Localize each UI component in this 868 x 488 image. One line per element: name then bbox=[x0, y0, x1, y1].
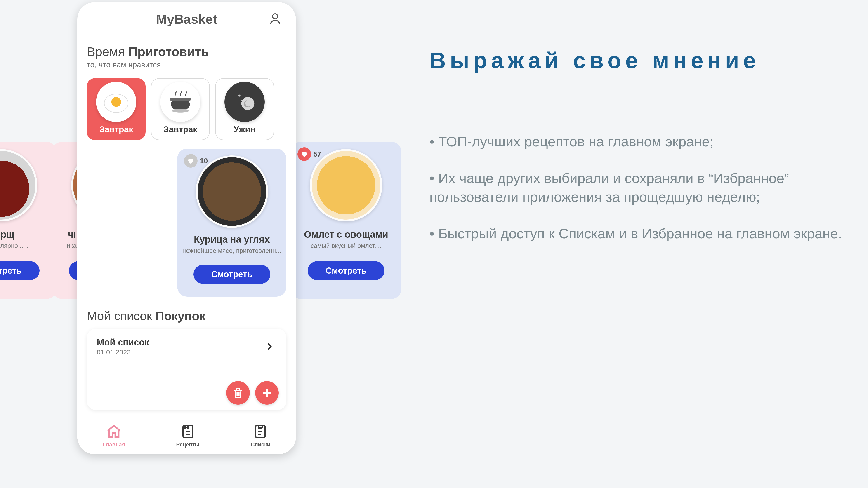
nav-lists[interactable]: Списки bbox=[251, 423, 270, 448]
recipe-desc: самый вкусный омлет.... bbox=[296, 242, 397, 251]
marketing-title: Выражай свое мнение bbox=[430, 47, 855, 73]
shopping-heading-light: Мой список bbox=[87, 309, 152, 323]
marketing-panel: Выражай свое мнение • ТОП-лучших рецепто… bbox=[430, 47, 855, 261]
shopping-heading-bold: Покупок bbox=[155, 309, 205, 323]
plus-icon bbox=[261, 387, 273, 399]
likes-count: 57 bbox=[313, 150, 321, 158]
svg-point-2 bbox=[111, 97, 121, 107]
time-to-cook-heading: Время Приготовить то, что вам нравится bbox=[77, 36, 296, 74]
nav-recipes[interactable]: Рецепты bbox=[176, 423, 199, 448]
meal-chip-breakfast[interactable]: Завтрак bbox=[151, 78, 210, 140]
watch-button[interactable]: Смотреть bbox=[308, 261, 384, 280]
phone-frame: MyBasket Время Приготовить то, что вам н… bbox=[77, 2, 296, 454]
moon-plate-icon: ✦ ✦ bbox=[224, 82, 265, 122]
nav-home[interactable]: Главная bbox=[103, 423, 125, 448]
fried-egg-icon bbox=[96, 82, 136, 122]
heart-icon[interactable] bbox=[298, 147, 311, 161]
meal-chip-label: Завтрак bbox=[163, 125, 197, 134]
home-icon bbox=[106, 423, 122, 440]
add-list-button[interactable] bbox=[255, 381, 279, 404]
shopping-list-date: 01.01.2023 bbox=[97, 348, 276, 356]
shopping-list-title: Мой список bbox=[97, 337, 276, 348]
recipe-photo bbox=[0, 149, 37, 221]
marketing-bullet-3: • Быстрый доступ к Спискам и в Избранное… bbox=[430, 224, 855, 243]
pot-icon bbox=[160, 82, 200, 122]
recipe-desc: нежнейшее мясо, приготовленн... bbox=[182, 247, 281, 256]
app-title: MyBasket bbox=[156, 11, 217, 27]
marketing-bullets: • ТОП-лучших рецептов на главном экране;… bbox=[430, 132, 855, 243]
svg-rect-4 bbox=[170, 98, 191, 101]
recipe-title: Курица на углях bbox=[194, 234, 270, 245]
recipes-row[interactable]: 10 Курица на углях нежнейшее мясо, приго… bbox=[77, 142, 296, 297]
lists-icon bbox=[252, 423, 269, 440]
recipe-desc: мое популярно...... bbox=[0, 242, 52, 251]
trash-icon bbox=[232, 387, 244, 399]
delete-list-button[interactable] bbox=[226, 381, 250, 404]
meal-chip-label: Завтрак bbox=[99, 125, 133, 134]
bottom-nav: Главная Рецепты Списки bbox=[77, 417, 296, 454]
svg-point-8 bbox=[241, 97, 254, 110]
app-header: MyBasket bbox=[77, 2, 296, 36]
svg-point-5 bbox=[172, 109, 189, 112]
profile-icon[interactable] bbox=[268, 11, 282, 27]
svg-text:✦: ✦ bbox=[237, 93, 241, 99]
marketing-bullet-1: • ТОП-лучших рецептов на главном экране; bbox=[430, 132, 855, 151]
svg-point-0 bbox=[273, 14, 278, 19]
recipe-card-borsch[interactable]: Борщ мое популярно...... Смотреть bbox=[0, 142, 57, 299]
nav-label: Списки bbox=[251, 442, 270, 448]
marketing-bullet-2: • Их чаще других выбирали и сохраняли в … bbox=[430, 169, 855, 206]
shopping-list-card[interactable]: Мой список 01.01.2023 bbox=[87, 329, 286, 410]
meal-chip-label: Ужин bbox=[234, 125, 255, 134]
nav-label: Главная bbox=[103, 442, 125, 448]
recipe-title: Борщ bbox=[0, 229, 52, 240]
recipe-card-omelet[interactable]: 57 Омлет с овощами самый вкусный омлет..… bbox=[291, 142, 401, 299]
watch-button[interactable]: Смотреть bbox=[0, 261, 39, 280]
shopping-section: Мой список Покупок Мой список 01.01.2023 bbox=[77, 297, 296, 410]
heading-bold: Приготовить bbox=[128, 44, 209, 59]
nav-label: Рецепты bbox=[176, 442, 199, 448]
meal-chip-dinner[interactable]: ✦ ✦ Ужин bbox=[215, 78, 274, 140]
heading-sub: то, что вам нравится bbox=[87, 60, 286, 69]
heading-light: Время bbox=[87, 44, 125, 59]
chevron-right-icon bbox=[265, 342, 274, 352]
meal-chip-breakfast-active[interactable]: Завтрак bbox=[87, 78, 146, 140]
meal-chips-row: Завтрак Завтрак ✦ ✦ bbox=[77, 74, 296, 142]
recipe-title: Омлет с овощами bbox=[296, 229, 397, 240]
recipe-card-chicken[interactable]: 10 Курица на углях нежнейшее мясо, приго… bbox=[177, 149, 286, 297]
recipes-icon bbox=[180, 423, 196, 440]
watch-button[interactable]: Смотреть bbox=[193, 265, 270, 284]
likes-count: 10 bbox=[200, 157, 208, 165]
heart-icon[interactable] bbox=[184, 154, 197, 168]
